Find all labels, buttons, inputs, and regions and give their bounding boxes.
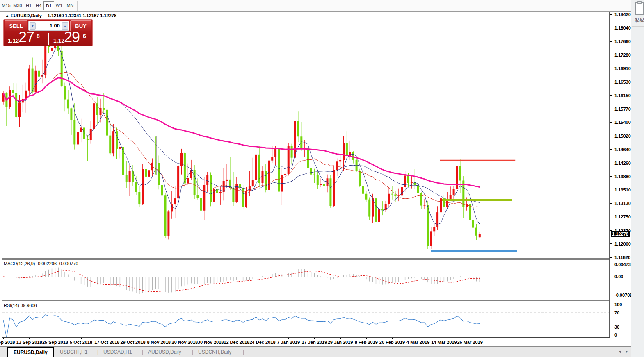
price-tick-label: 1.17660 (614, 39, 631, 44)
date-tick (55, 338, 55, 339)
price-tick-label: 1.17280 (614, 52, 631, 57)
price-tick-label: 1.14260 (614, 161, 631, 166)
date-tick (3, 338, 4, 339)
date-tick (185, 338, 185, 339)
date-tick (392, 338, 393, 339)
macd-tick (610, 277, 612, 277)
volume-stepper: ▼ 1.00 ▲ (28, 21, 69, 31)
price-tick (610, 136, 612, 136)
sell-price[interactable]: 1.12 27 8 (4, 31, 48, 47)
overlay-divider (632, 26, 644, 27)
date-tick (81, 338, 82, 339)
tab-separator: | (142, 347, 143, 357)
rsi-tick (610, 327, 612, 327)
chart-ohlc-values: 1.12180 1.12341 1.12167 1.12278 (48, 13, 116, 18)
timeframe-w1[interactable]: W1 (54, 1, 64, 9)
mt4-terminal: M15 M30 H1 H4 D1 W1 MN ▲ EURUSD,Daily1.1… (0, 0, 644, 357)
macd-indicator-chart[interactable] (2, 260, 609, 300)
tab-audusd-daily[interactable]: AUDUSD,Daily (148, 347, 181, 357)
macd-tick-label: 0.004735 (614, 262, 633, 267)
rsi-tick (610, 313, 612, 313)
tab-scroll-left-icon[interactable]: ◄ (618, 350, 621, 354)
date-tick (211, 338, 211, 339)
price-tick (610, 190, 612, 190)
timeframe-h4[interactable]: H4 (34, 1, 43, 9)
price-tick (610, 68, 612, 68)
price-tick (610, 41, 612, 42)
buy-price[interactable]: 1.12 29 6 (49, 31, 93, 47)
chart-symbol-label: EURUSD,Daily (11, 13, 42, 18)
price-tick (610, 217, 612, 217)
price-tick-label: 1.13510 (614, 187, 631, 192)
timeframe-h1[interactable]: H1 (24, 1, 34, 9)
overlay-window: 粘贴 (631, 0, 644, 357)
paste-button-label[interactable]: 粘贴 (635, 17, 644, 24)
price-tick-label: 1.15400 (614, 120, 631, 125)
price-tick (610, 149, 612, 150)
rsi-indicator-chart[interactable] (2, 302, 609, 337)
price-tick-label: 1.15020 (614, 134, 631, 139)
timeframe-m30[interactable]: M30 (12, 1, 23, 9)
clipboard-paste-icon[interactable] (635, 2, 644, 15)
date-tick (237, 338, 237, 339)
volume-input[interactable]: 1.00 (50, 23, 60, 29)
price-tick-label: 1.18040 (614, 25, 631, 30)
price-tick (610, 55, 612, 55)
price-divider (48, 33, 49, 45)
price-tick (610, 14, 612, 15)
date-axis: 3 Sep 201813 Sep 201825 Sep 20185 Oct 20… (2, 337, 610, 346)
price-tick (610, 82, 612, 82)
buy-price-big: 29 (64, 29, 80, 46)
tab-usdchf-h1[interactable]: USDCHF,H1 (60, 347, 87, 357)
tab-separator: | (192, 347, 193, 357)
tab-eurusd-daily[interactable]: EURUSD,Daily (7, 347, 54, 357)
rsi-tick-label: 30 (614, 325, 619, 330)
rsi-tick (610, 305, 612, 305)
tab-separator: | (97, 347, 98, 357)
tab-usdcnh-daily[interactable]: USDCNH,Daily (198, 347, 231, 357)
tab-separator: | (243, 347, 244, 357)
price-tick-label: 1.16910 (614, 66, 631, 71)
sell-price-prefix: 1.12 (8, 37, 19, 44)
date-tick (263, 338, 263, 339)
current-price-tag: 1.12278 (611, 231, 630, 237)
price-tick-label: 1.13880 (614, 174, 631, 179)
rsi-tick-label: 100 (614, 302, 622, 307)
price-tick (610, 163, 612, 163)
price-tick (610, 203, 612, 204)
price-tick-label: 1.15770 (614, 107, 631, 111)
date-tick (133, 338, 133, 339)
date-tick (159, 338, 159, 339)
date-tick (366, 338, 367, 339)
macd-tick (610, 264, 612, 264)
date-tick (29, 338, 30, 339)
price-tick (610, 109, 612, 109)
price-tick-label: 1.18420 (614, 12, 631, 17)
candlestick-chart[interactable] (2, 12, 609, 258)
rsi-label: RSI(14) 39.9606 (4, 303, 37, 308)
buy-price-prefix: 1.12 (53, 37, 64, 44)
timeframe-m15[interactable]: M15 (1, 1, 11, 9)
buy-price-sup: 6 (83, 33, 86, 39)
rsi-tick (610, 335, 612, 335)
price-tick-label: 1.13130 (614, 201, 631, 206)
price-tick-label: 1.12750 (614, 214, 631, 219)
price-tick-label: 1.14640 (614, 147, 631, 152)
tab-scroll-right-icon[interactable]: ► (625, 350, 629, 354)
chart-title: EURUSD,Daily1.12180 1.12341 1.12167 1.12… (11, 13, 116, 19)
price-tick (610, 257, 612, 258)
date-tick (288, 338, 289, 339)
date-tick (340, 338, 341, 339)
price-tick-label: 1.11620 (614, 255, 630, 260)
macd-tick (610, 295, 612, 295)
timeframe-d1-active[interactable]: D1 (43, 1, 54, 10)
macd-label: MACD(12,26,9) -0.002206 -0.000770 (4, 261, 78, 266)
price-tick (610, 243, 612, 244)
price-axis: 1.184201.180401.176601.172801.169101.165… (610, 12, 631, 337)
rsi-tick-label: 70 (614, 310, 619, 315)
toolbar-separator (77, 1, 78, 11)
collapse-arrow-icon[interactable]: ▲ (5, 14, 9, 18)
timeframe-mn[interactable]: MN (65, 1, 75, 9)
tab-usdcad-h1[interactable]: USDCAD,H1 (103, 347, 132, 357)
date-tick (418, 338, 418, 339)
